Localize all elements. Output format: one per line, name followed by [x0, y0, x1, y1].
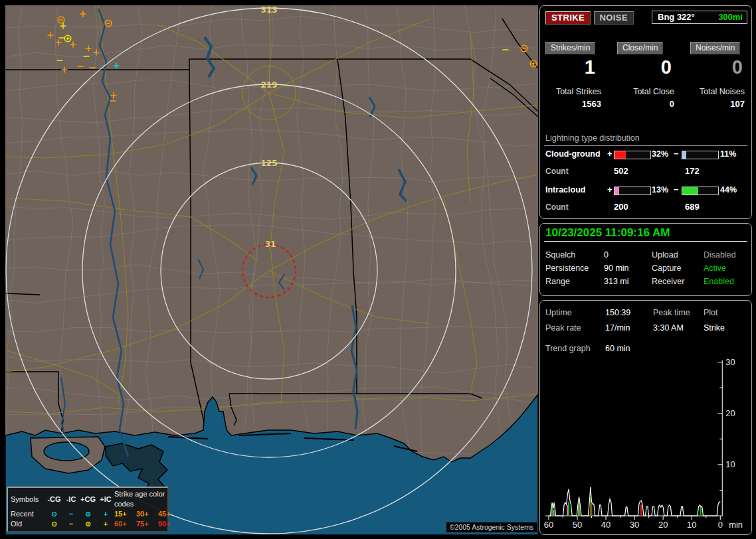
trend-x-unit-label: min	[729, 520, 743, 530]
total-strikes-label: Total Strikes	[545, 87, 601, 96]
cg-plus-bar	[614, 151, 651, 159]
ic-minus-old-icon: −	[63, 519, 79, 529]
status-panel: 10/23/2025 11:09:16 AM Squelch 0 Upload …	[539, 223, 752, 296]
lightning-map[interactable]: 31321912531 Symbols -CG -IC +CG +IC Stri…	[5, 5, 538, 535]
age-code-60: 60+	[114, 519, 136, 529]
noise-mode-button[interactable]: NOISE	[594, 11, 634, 25]
map-canvas[interactable]: 31321912531	[5, 5, 538, 535]
age-code-30: 30+	[136, 509, 158, 519]
total-strikes-value: 1563	[545, 99, 601, 109]
ring-distance-label: 125	[260, 159, 277, 168]
total-noises-value: 107	[688, 99, 745, 109]
persistence-label: Persistence	[545, 264, 589, 273]
ic-minus-sign: −	[674, 185, 679, 194]
cg-minus-sign: −	[674, 149, 679, 159]
ic-minus-count: 689	[685, 202, 700, 212]
cg-minus-old-icon: ⊖	[45, 519, 63, 529]
distribution-title: Lightning type distribution	[545, 133, 640, 143]
lake-pontchartrain	[44, 442, 89, 461]
trend-rate-line	[549, 487, 720, 516]
peak-time-label: Peak time	[653, 308, 690, 317]
cg-plus-old-icon: ⊕	[79, 519, 97, 529]
total-noises-label: Total Noises	[688, 87, 745, 96]
uptime-value: 150:39	[605, 308, 630, 317]
legend-old-label: Old	[11, 519, 45, 529]
trend-graph-label: Trend graph	[545, 344, 591, 353]
legend-recent-row: Recent ⊖ − ⊕ + 15+ 30+ 45+	[11, 509, 165, 519]
trend-window-value: 60 min	[605, 344, 630, 353]
ic-plus-sign: +	[607, 185, 613, 194]
legend-header-row: Symbols -CG -IC +CG +IC Strike age color…	[11, 489, 165, 509]
squelch-value: 0	[604, 250, 609, 260]
cg-plus-percent: 32%	[652, 149, 668, 159]
trend-x-tick-label: 20	[658, 520, 668, 530]
squelch-label: Squelch	[545, 250, 575, 260]
distribution-divider	[544, 145, 747, 146]
age-code-90: 90+	[158, 519, 180, 529]
age-code-15: 15+	[114, 509, 136, 519]
ic-plus-old-icon: +	[97, 519, 114, 529]
persistence-value: 90 min	[604, 264, 629, 273]
legend-age-title: Strike age color codes	[114, 489, 180, 509]
total-close-value: 0	[617, 99, 674, 109]
capture-label: Capture	[652, 264, 681, 273]
close-per-min-value: 0	[620, 56, 672, 78]
ic-plus-percent: 13%	[652, 185, 668, 194]
strikes-per-min-value: 1	[545, 56, 595, 78]
ic-plus-recent-icon: +	[97, 509, 114, 519]
strike-mode-button[interactable]: STRIKE	[545, 11, 591, 25]
ring-distance-label: 31	[265, 240, 276, 249]
date-time-display: 10/23/2025 11:09:16 AM	[545, 226, 670, 240]
upload-status: Disabled	[704, 250, 736, 260]
ic-minus-percent: 44%	[720, 185, 737, 194]
trend-y-tick-label: 10	[725, 459, 735, 469]
trend-x-tick-label: 0	[718, 520, 723, 530]
trend-y-tick-label: 30	[725, 357, 735, 367]
receiver-label: Receiver	[652, 277, 684, 286]
strikes-per-min-label: Strikes/min	[545, 42, 595, 54]
counters-panel: STRIKE NOISE Bng 322° 300mi Strikes/min …	[539, 5, 752, 219]
trend-x-tick-label: 40	[601, 520, 611, 530]
intracloud-label: Intracloud	[545, 185, 585, 194]
cg-plus-recent-icon: ⊕	[79, 509, 97, 519]
upload-label: Upload	[652, 250, 678, 260]
plot-label: Plot	[704, 308, 718, 317]
age-code-45: 45+	[158, 509, 180, 519]
map-legend: Symbols -CG -IC +CG +IC Strike age color…	[7, 487, 169, 532]
ic-minus-bar	[682, 187, 719, 195]
trend-x-tick-label: 10	[687, 520, 696, 530]
legend-col-cg-minus: -CG	[45, 495, 63, 504]
trend-x-tick-label: 50	[573, 520, 582, 530]
copyright-notice: ©2005 Astrogenic Systems	[446, 522, 537, 532]
trend-y-tick-label: 20	[725, 408, 735, 418]
bearing-value: Bng 322°	[658, 12, 695, 22]
ic-plus-bar	[614, 187, 651, 195]
range-value: 300mi	[718, 12, 743, 22]
capture-status: Active	[704, 264, 726, 273]
legend-col-cg-plus: +CG	[79, 495, 97, 504]
range-label: Range	[545, 277, 570, 286]
nexstorm-app-window: 31321912531 Symbols -CG -IC +CG +IC Stri…	[0, 0, 756, 539]
datetime-divider	[544, 241, 747, 242]
trend-x-tick-label: 30	[630, 520, 639, 530]
range-value: 313 mi	[604, 277, 629, 286]
noises-per-min-value: 0	[692, 56, 743, 78]
age-code-75: 75+	[136, 519, 158, 529]
cg-minus-recent-icon: ⊖	[45, 509, 63, 519]
peak-time-value: 3:30 AM	[653, 323, 684, 333]
bearing-range-readout: Bng 322° 300mi	[652, 11, 747, 24]
cg-count-label: Count	[545, 167, 569, 176]
plot-value: Strike	[704, 323, 725, 333]
ic-plus-count: 200	[614, 202, 628, 212]
cg-plus-sign: +	[607, 149, 613, 159]
peak-rate-value: 17/min	[605, 323, 630, 333]
close-per-min-label: Close/min	[617, 42, 663, 54]
legend-recent-label: Recent	[11, 509, 45, 519]
uptime-label: Uptime	[545, 308, 572, 317]
ring-distance-label: 313	[260, 5, 277, 15]
ic-count-label: Count	[545, 202, 569, 212]
legend-col-ic-minus: -IC	[63, 495, 79, 504]
receiver-status: Enabled	[704, 277, 734, 286]
trend-x-tick-label: 60	[544, 520, 553, 530]
ring-distance-label: 219	[260, 80, 277, 90]
